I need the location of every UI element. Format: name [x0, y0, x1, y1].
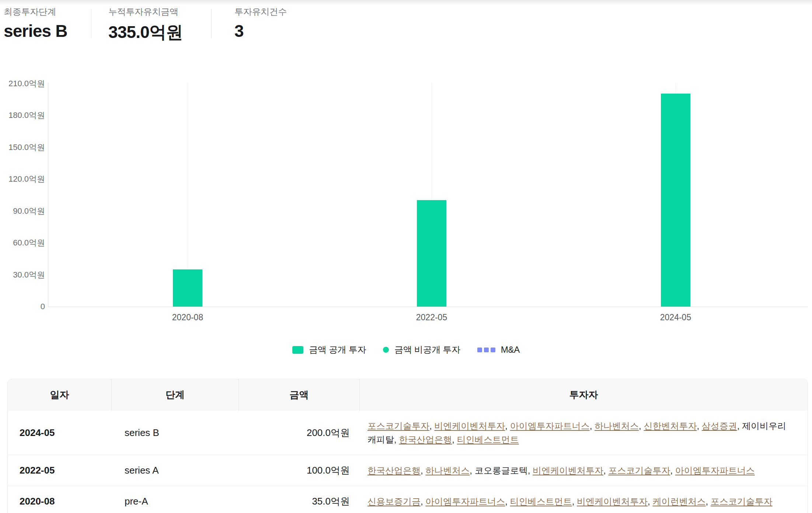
investor-separator: ,: [697, 421, 701, 431]
investor-link[interactable]: 케이런벤처스: [652, 496, 705, 506]
investor-separator: ,: [505, 496, 510, 506]
investor-link[interactable]: 삼성증권: [702, 421, 737, 431]
y-axis-tick-label: 150.0억원: [0, 142, 45, 153]
header-cell-amount: 금액: [238, 379, 359, 411]
investor-link[interactable]: 한국산업은행: [399, 435, 452, 444]
x-axis-line: [48, 307, 808, 307]
investor-separator: ,: [528, 465, 533, 475]
funding-bar[interactable]: [173, 269, 202, 307]
y-axis-tick-label: 180.0억원: [0, 110, 45, 121]
legend-label: 금액 공개 투자: [309, 344, 366, 356]
funding-dashboard: 최종투자단계 series B 누적투자유치금액 335.0억원 투자유치건수 …: [0, 0, 812, 513]
stage-cell: series B: [111, 427, 238, 439]
investor-separator: ,: [470, 465, 474, 475]
chart-legend: 금액 공개 투자금액 비공개 투자M&A: [0, 344, 812, 356]
amount-cell: 35.0억원: [238, 495, 359, 508]
x-axis-tick-label: 2020-08: [151, 313, 224, 322]
investor-link[interactable]: 티인베스트먼트: [457, 435, 519, 444]
investor-separator: ,: [505, 421, 510, 431]
header-cell-investors: 투자자: [359, 379, 808, 411]
investor-separator: ,: [737, 421, 742, 431]
y-axis-tick-label: 0: [0, 302, 45, 311]
amount-cell: 200.0억원: [238, 426, 359, 439]
y-axis-tick-label: 30.0억원: [0, 269, 45, 280]
investor-separator: ,: [705, 496, 710, 506]
stage-cell: series A: [111, 465, 238, 476]
table-row: 2020-08pre-A35.0억원신용보증기금, 아이엠투자파트너스, 티인베…: [8, 486, 808, 513]
legend-label: M&A: [501, 345, 520, 355]
legend-dashes-swatch-icon: [477, 348, 495, 352]
investor-plain-text: 코오롱글로텍: [475, 465, 528, 475]
investor-separator: ,: [429, 421, 434, 431]
investor-link[interactable]: 비엔케이벤처투자: [434, 421, 505, 431]
investor-link[interactable]: 티인베스트먼트: [510, 496, 572, 506]
stage-cell: pre-A: [111, 496, 238, 507]
investor-link[interactable]: 비엔케이벤처투자: [533, 465, 603, 475]
investor-link[interactable]: 포스코기술투자: [711, 496, 773, 506]
funding-bar[interactable]: [661, 94, 690, 307]
date-cell: 2022-05: [8, 465, 111, 476]
header-cell-stage: 단계: [111, 379, 238, 411]
legend-item[interactable]: 금액 공개 투자: [292, 344, 366, 356]
investor-separator: ,: [670, 465, 675, 475]
y-axis-tick-label: 90.0억원: [0, 206, 45, 217]
table-row: 2022-05series A100.0억원한국산업은행, 하나벤처스, 코오롱…: [8, 455, 808, 486]
y-axis-tick-label: 60.0억원: [0, 237, 45, 248]
funding-table: 일자 단계 금액 투자자 2024-05series B200.0억원포스코기술…: [7, 379, 808, 513]
investors-cell: 포스코기술투자, 비엔케이벤처투자, 아이엠투자파트너스, 하나벤처스, 신한벤…: [359, 419, 808, 446]
legend-dot-swatch-icon: [383, 347, 389, 353]
investor-separator: ,: [590, 421, 595, 431]
investor-separator: ,: [394, 435, 399, 444]
y-axis-tick-label: 120.0억원: [0, 174, 45, 185]
investor-separator: ,: [603, 465, 608, 475]
investor-separator: ,: [421, 465, 425, 475]
x-axis-tick-label: 2022-05: [395, 313, 468, 322]
investors-cell: 신용보증기금, 아이엠투자파트너스, 티인베스트먼트, 비엔케이벤처투자, 케이…: [359, 495, 808, 508]
investor-separator: ,: [639, 421, 644, 431]
legend-square-swatch-icon: [292, 346, 303, 354]
investor-link[interactable]: 한국산업은행: [367, 465, 421, 475]
legend-label: 금액 비공개 투자: [394, 344, 460, 356]
header-cell-date: 일자: [8, 379, 111, 411]
legend-item[interactable]: 금액 비공개 투자: [383, 344, 460, 356]
investor-link[interactable]: 비엔케이벤처투자: [577, 496, 648, 506]
investor-link[interactable]: 아이엠투자파트너스: [510, 421, 590, 431]
x-axis-tick-label: 2024-05: [639, 313, 712, 322]
investor-link[interactable]: 신한벤처투자: [644, 421, 697, 431]
investor-separator: ,: [421, 496, 425, 506]
date-cell: 2020-08: [8, 496, 111, 507]
amount-cell: 100.0억원: [238, 464, 359, 477]
table-header-row: 일자 단계 금액 투자자: [8, 379, 808, 411]
funding-bar[interactable]: [417, 200, 446, 307]
investor-separator: ,: [452, 435, 457, 444]
legend-item[interactable]: M&A: [477, 345, 520, 355]
investor-link[interactable]: 아이엠투자파트너스: [675, 465, 755, 475]
y-axis-line: [48, 83, 48, 307]
investor-link[interactable]: 아이엠투자파트너스: [425, 496, 505, 506]
y-axis-tick-label: 210.0억원: [0, 78, 45, 89]
investor-separator: ,: [648, 496, 652, 506]
investor-link[interactable]: 하나벤처스: [595, 421, 639, 431]
investor-link[interactable]: 포스코기술투자: [367, 421, 429, 431]
investor-link[interactable]: 하나벤처스: [425, 465, 470, 475]
date-cell: 2024-05: [8, 427, 111, 439]
investors-cell: 한국산업은행, 하나벤처스, 코오롱글로텍, 비엔케이벤처투자, 포스코기술투자…: [359, 464, 808, 477]
investor-separator: ,: [572, 496, 577, 506]
investor-link[interactable]: 신용보증기금: [367, 496, 421, 506]
investor-link[interactable]: 포스코기술투자: [608, 465, 670, 475]
table-row: 2024-05series B200.0억원포스코기술투자, 비엔케이벤처투자,…: [8, 411, 808, 455]
